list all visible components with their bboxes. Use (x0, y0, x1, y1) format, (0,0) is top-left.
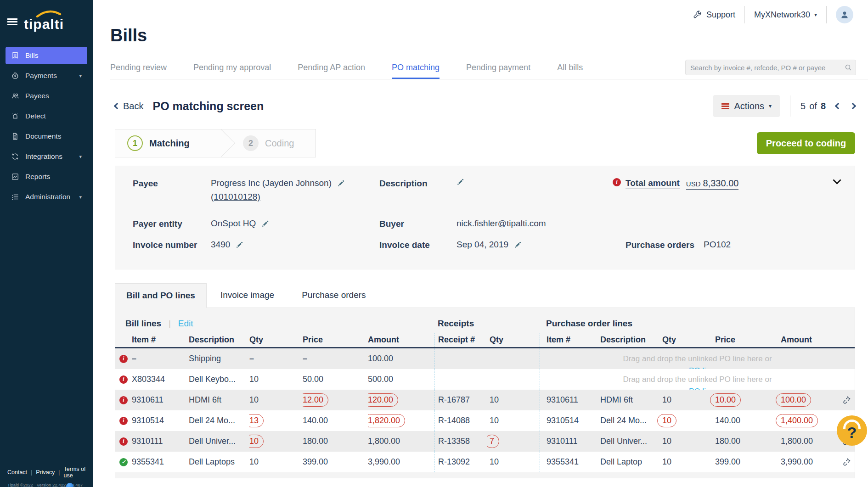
receipts-title: Receipts (438, 319, 474, 329)
edit-bill-lines-link[interactable]: Edit (178, 319, 193, 329)
account-menu[interactable]: MyXNetwork30 ▾ (754, 10, 817, 20)
po-link[interactable]: PO li (540, 386, 855, 390)
privacy-link[interactable]: Privacy (36, 469, 55, 476)
contact-link[interactable]: Contact (7, 469, 27, 476)
proceed-to-coding-button[interactable]: Proceed to coding (757, 132, 855, 154)
bill-description: Dell 24 Mo... (189, 416, 249, 425)
po-drop-zone[interactable]: Drag and drop the unlinked PO line here … (540, 348, 855, 369)
table-row: X803344 Dell Keybo... 10 50.00 500.00 Dr… (115, 369, 855, 390)
help-button[interactable]: ? (837, 415, 867, 446)
prev-bill-button[interactable] (835, 103, 841, 109)
menu-toggle-icon[interactable] (7, 18, 17, 25)
header-divider (744, 6, 745, 23)
tab-po-matching[interactable]: PO matching (392, 63, 440, 79)
sidebar-item-reports[interactable]: Reports (6, 168, 87, 185)
unlink-po-line-button[interactable] (837, 396, 855, 404)
po-drop-zone[interactable]: Drag and drop the unlinked PO line here … (540, 369, 855, 390)
tab-pending-payment[interactable]: Pending payment (466, 63, 530, 79)
main-area: Support MyXNetwork30 ▾ Bills Pending rev… (93, 0, 868, 487)
support-button[interactable]: Support (693, 10, 735, 20)
error-info-icon[interactable] (119, 437, 128, 446)
search-input[interactable] (690, 64, 845, 72)
po-price: 399.00 (709, 457, 774, 467)
bill-description: HDMI 6ft (189, 395, 249, 405)
purchase-orders-field: Purchase orders PO102 (613, 240, 855, 261)
error-info-icon[interactable] (613, 178, 621, 186)
unlink-po-line-button[interactable] (837, 458, 855, 466)
pager-current: 5 (800, 101, 806, 112)
sidebar-item-payees[interactable]: Payees (6, 87, 87, 105)
payee-label: Payee (133, 178, 211, 189)
tab-pending-my-approval[interactable]: Pending my approval (193, 63, 271, 79)
po-qty: 10 (656, 395, 709, 405)
total-amount-label[interactable]: Total amount (626, 178, 680, 189)
purchase-orders-value: PO102 (704, 240, 731, 250)
buyer-value: nick.fishler@tipalti.com (457, 218, 546, 229)
tipalti-logo[interactable]: tipalti (24, 11, 64, 32)
col-receipt-qty: Qty (487, 335, 540, 345)
receipt-qty-mismatch: 7 (487, 435, 499, 448)
sidebar-item-label: Payees (25, 92, 49, 100)
question-mark-icon: ? (837, 424, 867, 442)
total-amount-value[interactable]: USD 8,330.00 (686, 178, 739, 190)
error-info-icon[interactable] (119, 375, 128, 384)
col-qty: Qty (249, 335, 303, 345)
sidebar-item-payments[interactable]: Payments ▾ (6, 67, 87, 84)
sidebar-item-bills[interactable]: Bills (6, 47, 87, 64)
edit-pencil-icon[interactable] (236, 241, 243, 249)
drop-hint-text: Drag and drop the unlinked PO line here … (540, 353, 855, 365)
chevron-down-icon: ▾ (79, 194, 82, 200)
bill-amount-mismatch: 1,820.00 (368, 414, 405, 428)
search-icon (845, 64, 852, 71)
error-info-icon[interactable] (119, 355, 128, 363)
tab-pending-review[interactable]: Pending review (110, 63, 167, 79)
support-label: Support (706, 10, 735, 20)
payee-id-link[interactable]: (101010128) (211, 192, 345, 202)
po-link[interactable]: PO li (540, 365, 855, 369)
bill-amount: 3,990.00 (368, 457, 434, 467)
sidebar: tipalti Bills Payments ▾ Paye (0, 0, 93, 487)
error-info-icon[interactable] (119, 396, 128, 404)
chevron-left-icon (114, 103, 120, 109)
edit-pencil-icon[interactable] (457, 178, 464, 186)
invoice-number-value: 3490 (211, 240, 230, 250)
next-bill-button[interactable] (850, 103, 856, 109)
edit-pencil-icon[interactable] (337, 179, 345, 187)
edit-pencil-icon[interactable] (514, 241, 522, 249)
terms-link[interactable]: Terms of use (64, 466, 89, 479)
receipt-qty: 10 (487, 395, 540, 405)
actions-button[interactable]: Actions ▾ (713, 95, 780, 117)
payee-field: Payee Progress Inc (Jayden Johnson) (101… (133, 178, 379, 218)
step-label: Coding (265, 138, 294, 149)
stepper-row: 1 Matching 2 Coding Proceed to coding (115, 129, 855, 157)
back-label: Back (123, 101, 143, 112)
title-divider: | (169, 319, 171, 329)
bill-amount: 1,800.00 (368, 437, 434, 446)
tab-pending-ap-action[interactable]: Pending AP action (298, 63, 365, 79)
currency-code: USD (686, 180, 701, 188)
user-avatar[interactable] (836, 6, 853, 23)
sidebar-item-integrations[interactable]: Integrations ▾ (6, 148, 87, 165)
sidebar-item-documents[interactable]: Documents (6, 128, 87, 145)
chevron-down-icon: ▾ (79, 73, 82, 79)
tab-bill-and-po-lines[interactable]: Bill and PO lines (115, 283, 207, 308)
sidebar-item-detect[interactable]: Detect (6, 107, 87, 125)
edit-pencil-icon[interactable] (261, 220, 269, 228)
po-item: 9310111 (540, 431, 595, 452)
footer-divider: | (31, 469, 32, 476)
back-button[interactable]: Back (115, 101, 143, 112)
account-name: MyXNetwork30 (754, 10, 810, 20)
bill-qty: 10 (249, 375, 303, 384)
tab-invoice-image[interactable]: Invoice image (207, 283, 288, 308)
invoice-date-value: Sep 04, 2019 (457, 240, 508, 250)
search-box[interactable] (685, 60, 856, 75)
step-label: Matching (149, 138, 190, 149)
drop-hint-text: Drag and drop the unlinked PO line here … (540, 374, 855, 386)
tab-all-bills[interactable]: All bills (557, 63, 583, 79)
sidebar-item-administration[interactable]: Administration ▾ (6, 188, 87, 206)
sidebar-item-label: Bills (25, 51, 38, 60)
error-info-icon[interactable] (119, 417, 128, 425)
col-price: Price (303, 335, 368, 345)
chat-widget-icon[interactable] (66, 483, 73, 487)
tab-purchase-orders[interactable]: Purchase orders (288, 283, 379, 308)
